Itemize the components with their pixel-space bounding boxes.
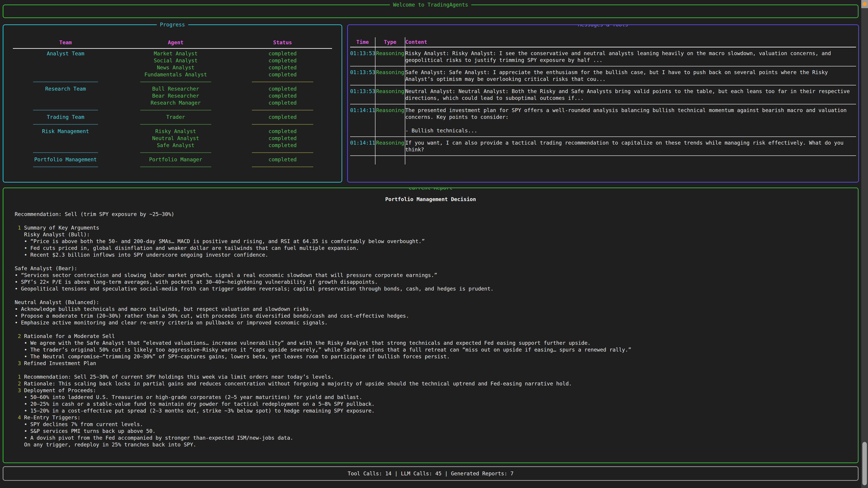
agent-cell: News Analyst bbox=[118, 64, 233, 71]
current-report-panel-title: Current Report bbox=[405, 188, 456, 191]
message-type: Reasoning bbox=[375, 86, 405, 104]
status-cell: completed bbox=[233, 113, 332, 121]
table-row: Analyst Team Market Analyst completed bbox=[13, 50, 332, 57]
stats-footer: Tool Calls: 14 | LLM Calls: 45 | Generat… bbox=[3, 466, 859, 481]
report-line: • “Price is above both the 50- and 200-d… bbox=[15, 238, 858, 245]
report-line: • SPY declines 7% from current levels. bbox=[15, 421, 858, 428]
report-line: • 50–60% into laddered U.S. Treasuries o… bbox=[15, 394, 858, 400]
team-cell bbox=[13, 99, 118, 106]
report-line: • “Services sector contraction and slowi… bbox=[15, 272, 858, 279]
message-type: Reasoning bbox=[375, 137, 405, 156]
message-content: Neutral Analyst: Neutral Analyst: Both t… bbox=[405, 86, 856, 104]
group-separator bbox=[13, 121, 332, 128]
group-separator bbox=[13, 106, 332, 113]
report-line: • We agree with the Safe Analyst that “e… bbox=[15, 339, 858, 346]
report-line: • S&P services PMI turns back up above 5… bbox=[15, 428, 858, 434]
team-cell bbox=[13, 71, 118, 78]
message-content: If you want, I can also provide a tactic… bbox=[405, 137, 856, 156]
status-cell: completed bbox=[233, 142, 332, 149]
status-cell: completed bbox=[233, 57, 332, 64]
scrollbar-top-button[interactable] bbox=[861, 0, 868, 8]
agent-cell: Bear Researcher bbox=[118, 92, 233, 99]
message-row: 01:14:11 Reasoning If you want, I can al… bbox=[350, 137, 856, 156]
report-line: Safe Analyst (Bear): bbox=[15, 265, 858, 272]
table-row: Research Team Bull Researcher completed bbox=[13, 86, 332, 92]
team-cell bbox=[13, 57, 118, 64]
team-cell: Trading Team bbox=[13, 113, 118, 121]
message-content: The presented investment plan for SPY of… bbox=[405, 104, 856, 137]
message-content: Risky Analyst: Risky Analyst: I see the … bbox=[405, 47, 856, 66]
report-line: • Geopolitical tensions and speculative … bbox=[15, 285, 858, 292]
table-row: Social Analyst completed bbox=[13, 57, 332, 64]
report-line: Neutral Analyst (Balanced): bbox=[15, 299, 858, 306]
agent-cell: Social Analyst bbox=[118, 57, 233, 64]
welcome-banner: Welcome to TradingAgents bbox=[3, 4, 859, 18]
messages-table-tail bbox=[350, 156, 856, 164]
status-cell: completed bbox=[233, 135, 332, 142]
status-cell: completed bbox=[233, 86, 332, 92]
message-time: 01:13:53 bbox=[350, 47, 375, 66]
report-line: • The trader’s original 50% cut is likel… bbox=[15, 346, 858, 353]
table-row: Risk Management Risky Analyst completed bbox=[13, 128, 332, 135]
table-row: Neutral Analyst completed bbox=[13, 135, 332, 142]
table-row: Bear Researcher completed bbox=[13, 92, 332, 99]
team-cell bbox=[13, 135, 118, 142]
report-line: 1 Recommendation: Sell 25–30% of current… bbox=[15, 373, 858, 380]
status-cell: completed bbox=[233, 99, 332, 106]
group-separator bbox=[13, 149, 332, 156]
status-cell: completed bbox=[233, 71, 332, 78]
table-row: Fundamentals Analyst completed bbox=[13, 71, 332, 78]
orange-dot-icon bbox=[863, 2, 867, 6]
team-cell: Portfolio Management bbox=[13, 156, 118, 163]
report-line bbox=[15, 218, 858, 224]
status-cell: completed bbox=[233, 156, 332, 163]
report-line: • 20–25% in cash or a stable-value fund … bbox=[15, 400, 858, 408]
team-cell: Risk Management bbox=[13, 128, 118, 135]
report-line: 4 Re-Entry Triggers: bbox=[15, 414, 858, 421]
message-type: Reasoning bbox=[375, 104, 405, 137]
column-header-type: Type bbox=[375, 37, 405, 47]
agent-cell: Research Manager bbox=[118, 99, 233, 106]
agent-cell: Fundamentals Analyst bbox=[118, 71, 233, 78]
status-cell: completed bbox=[233, 92, 332, 99]
report-body: Recommendation: Sell (trim SPY exposure … bbox=[15, 211, 858, 448]
progress-table: Team Agent Status Analyst Team Market An… bbox=[13, 38, 332, 170]
report-line bbox=[15, 367, 858, 373]
message-time: 01:13:53 bbox=[350, 66, 375, 86]
table-row: Portfolio Management Portfolio Manager c… bbox=[13, 156, 332, 163]
team-cell bbox=[13, 92, 118, 99]
messages-panel: Messages & Tools Time Type Content 01:13… bbox=[347, 24, 859, 183]
agent-cell: Neutral Analyst bbox=[118, 135, 233, 142]
progress-panel: Progress Team Agent Status Analyst Team … bbox=[3, 24, 342, 183]
scrollbar-thumb[interactable] bbox=[862, 442, 867, 485]
column-header-status: Status bbox=[233, 38, 332, 48]
stats-text: Tool Calls: 14 | LLM Calls: 45 | Generat… bbox=[348, 470, 514, 477]
report-line: • SPY’s 22× P/E is above long-term avera… bbox=[15, 279, 858, 285]
message-row: 01:13:53 Reasoning Neutral Analyst: Neut… bbox=[350, 86, 856, 104]
report-line: 1 Summary of Key Arguments bbox=[15, 224, 858, 231]
message-content: Safe Analyst: Safe Analyst: I appreciate… bbox=[405, 66, 856, 86]
agent-cell: Market Analyst bbox=[118, 50, 233, 57]
report-line bbox=[15, 258, 858, 265]
scrollbar-track[interactable] bbox=[861, 0, 868, 488]
agent-cell: Trader bbox=[118, 113, 233, 121]
agent-cell: Safe Analyst bbox=[118, 142, 233, 149]
messages-table-header: Time Type Content bbox=[350, 37, 856, 47]
report-line: • Propose a moderate trim (20–30%) rathe… bbox=[15, 313, 858, 319]
message-row: 01:13:53 Reasoning Safe Analyst: Safe An… bbox=[350, 66, 856, 86]
message-time: 01:14:11 bbox=[350, 104, 375, 137]
report-line bbox=[15, 292, 858, 299]
group-separator bbox=[13, 78, 332, 86]
status-cell: completed bbox=[233, 64, 332, 71]
team-cell bbox=[13, 64, 118, 71]
table-row: Research Manager completed bbox=[13, 99, 332, 106]
current-report-panel: Current Report Portfolio Management Deci… bbox=[3, 188, 859, 463]
column-header-time: Time bbox=[350, 37, 375, 47]
agent-cell: Bull Researcher bbox=[118, 86, 233, 92]
agent-cell: Risky Analyst bbox=[118, 128, 233, 135]
report-line: • The Neutral compromise—“trimming 20–30… bbox=[15, 353, 858, 360]
report-line: On any trigger, redeploy in 25% tranches… bbox=[15, 441, 858, 448]
team-cell bbox=[13, 142, 118, 149]
message-row: 01:13:53 Reasoning Risky Analyst: Risky … bbox=[350, 47, 856, 66]
report-line: • Acknowledge bullish technicals and mac… bbox=[15, 306, 858, 313]
